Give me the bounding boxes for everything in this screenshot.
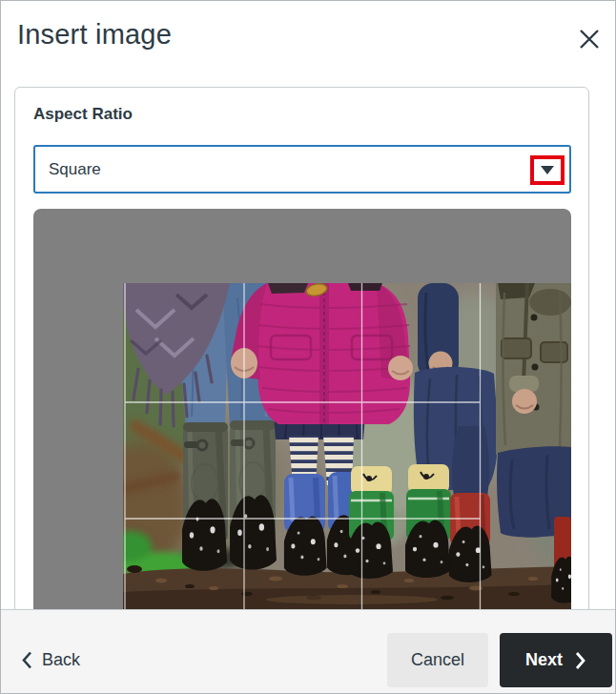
insert-image-dialog: Insert image Aspect Ratio Square bbox=[0, 0, 616, 694]
preview-photo-svg bbox=[123, 283, 571, 611]
back-button[interactable]: Back bbox=[21, 650, 80, 670]
next-button[interactable]: Next bbox=[500, 633, 612, 687]
dialog-footer: Back Cancel Next bbox=[1, 609, 615, 693]
dialog-title: Insert image bbox=[17, 19, 172, 51]
close-button[interactable] bbox=[574, 25, 605, 55]
image-preview-container bbox=[33, 209, 571, 611]
aspect-ratio-selected-value: Square bbox=[49, 160, 101, 179]
aspect-ratio-label: Aspect Ratio bbox=[33, 105, 133, 124]
cancel-button-label: Cancel bbox=[411, 650, 464, 669]
content-panel: Aspect Ratio Square bbox=[14, 87, 589, 623]
annotation-highlight-box bbox=[530, 155, 565, 185]
close-icon bbox=[577, 27, 602, 54]
aspect-ratio-select[interactable]: Square bbox=[33, 145, 571, 194]
chevron-down-icon bbox=[541, 166, 554, 174]
crop-preview-photo[interactable] bbox=[123, 283, 571, 611]
cancel-button[interactable]: Cancel bbox=[387, 633, 488, 687]
chevron-left-icon bbox=[21, 650, 32, 669]
next-button-label: Next bbox=[525, 650, 563, 670]
back-button-label: Back bbox=[42, 650, 80, 670]
chevron-right-icon bbox=[575, 651, 586, 670]
